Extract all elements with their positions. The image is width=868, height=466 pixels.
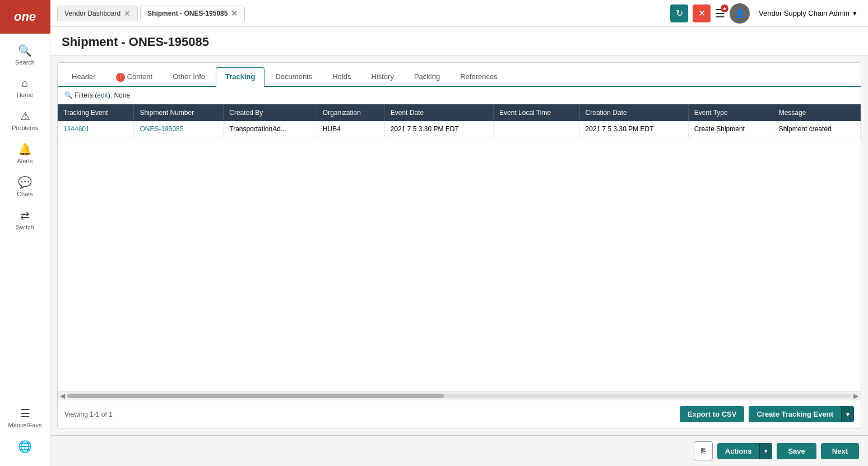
tracking-event-link[interactable]: 1144601 bbox=[63, 125, 90, 133]
tab-history-label: History bbox=[371, 72, 393, 81]
sidebar-item-globe[interactable]: 🌐 bbox=[0, 434, 50, 460]
sidebar-label-switch: Switch bbox=[16, 224, 34, 230]
create-tracking-dropdown-arrow[interactable]: ▾ bbox=[841, 406, 854, 422]
sidebar-label-chats: Chats bbox=[17, 191, 33, 197]
actions-split-button: Actions ▾ bbox=[717, 443, 773, 459]
cell-created-by: TransportationAd... bbox=[224, 121, 317, 137]
create-tracking-button[interactable]: Create Tracking Event bbox=[749, 406, 841, 422]
tab-other-info[interactable]: Other Info bbox=[163, 67, 215, 87]
cell-organization: HUB4 bbox=[317, 121, 384, 137]
horizontal-scrollbar[interactable]: ◀ ▶ bbox=[58, 391, 861, 400]
tab-content-label: Content bbox=[127, 72, 153, 81]
main-area: Vendor Dashboard ✕ Shipment - ONES-19508… bbox=[50, 0, 868, 466]
tab-packing-label: Packing bbox=[414, 72, 440, 81]
close-vendor-tab-icon[interactable]: ✕ bbox=[124, 10, 131, 17]
user-dropdown[interactable]: Vendor Supply Chain Admin ▾ bbox=[754, 7, 861, 20]
tab-header[interactable]: Header bbox=[62, 67, 105, 87]
browser-tab-shipment[interactable]: Shipment - ONES-195085 ✕ bbox=[140, 6, 245, 21]
cell-event-date: 2021 7 5 3.30 PM EDT bbox=[384, 121, 493, 137]
next-button[interactable]: Next bbox=[821, 443, 859, 459]
browser-tab-vendor-dashboard[interactable]: Vendor Dashboard ✕ bbox=[57, 6, 138, 21]
menu-icon[interactable]: ☰ ★ bbox=[715, 7, 725, 20]
scroll-right-arrow[interactable]: ▶ bbox=[853, 392, 858, 400]
table-footer: Viewing 1-1 of 1 Export to CSV Create Tr… bbox=[58, 400, 861, 428]
scroll-track[interactable] bbox=[67, 394, 851, 398]
table-row: 1144601 ONES-195085 TransportationAd... … bbox=[58, 121, 861, 137]
col-organization: Organization bbox=[317, 104, 384, 121]
tab-holds-label: Holds bbox=[332, 72, 351, 81]
page-header: Shipment - ONES-195085 bbox=[50, 27, 868, 56]
col-event-local-time: Event Local Time bbox=[494, 104, 580, 121]
user-avatar[interactable]: 👤 bbox=[730, 3, 750, 24]
sidebar-item-home[interactable]: ⌂ Home bbox=[0, 71, 50, 104]
table-body: 1144601 ONES-195085 TransportationAd... … bbox=[58, 121, 861, 137]
sidebar-item-problems[interactable]: ⚠ Problems bbox=[0, 104, 50, 137]
sidebar-item-switch[interactable]: ⇄ Switch bbox=[0, 203, 50, 236]
tab-holds[interactable]: Holds bbox=[323, 67, 360, 87]
problems-icon: ⚠ bbox=[20, 109, 30, 123]
tabs-container: Header !Content Other Info Tracking Docu… bbox=[57, 62, 861, 428]
avatar-icon: 👤 bbox=[735, 9, 745, 18]
topbar-right: ↻ ✕ ☰ ★ 👤 Vendor Supply Chain Admin ▾ bbox=[670, 3, 861, 24]
col-message: Message bbox=[773, 104, 860, 121]
close-button[interactable]: ✕ bbox=[693, 4, 711, 22]
browser-tab-label-vendor: Vendor Dashboard bbox=[64, 10, 120, 17]
refresh-button[interactable]: ↻ bbox=[670, 4, 688, 22]
chats-icon: 💬 bbox=[18, 176, 32, 189]
cell-message: Shipment created bbox=[773, 121, 860, 137]
col-shipment-number: Shipment Number bbox=[134, 104, 224, 121]
viewing-count: Viewing 1-1 of 1 bbox=[64, 410, 113, 418]
sidebar-item-menus[interactable]: ☰ Menus/Favs bbox=[0, 401, 50, 434]
tab-references-label: References bbox=[460, 72, 497, 81]
menus-icon: ☰ bbox=[20, 407, 30, 420]
tab-references[interactable]: References bbox=[451, 67, 507, 87]
page-title: Shipment - ONES-195085 bbox=[62, 35, 857, 49]
search-icon: 🔍 bbox=[18, 44, 32, 57]
browser-tabs: Vendor Dashboard ✕ Shipment - ONES-19508… bbox=[57, 6, 667, 21]
sidebar-label-alerts: Alerts bbox=[17, 158, 33, 164]
cell-event-type: Create Shipment bbox=[688, 121, 773, 137]
logo-text: one bbox=[14, 10, 36, 24]
scroll-thumb[interactable] bbox=[67, 394, 444, 398]
create-tracking-split-button: Create Tracking Event ▾ bbox=[749, 406, 854, 422]
sidebar-bottom: ☰ Menus/Favs 🌐 bbox=[0, 401, 50, 466]
tab-header-label: Header bbox=[72, 72, 96, 81]
user-name: Vendor Supply Chain Admin bbox=[759, 9, 850, 17]
copy-button[interactable]: ⎘ bbox=[694, 441, 713, 460]
search-filter-icon: 🔍 bbox=[64, 91, 73, 99]
tab-tracking[interactable]: Tracking bbox=[216, 67, 264, 87]
tab-history[interactable]: History bbox=[361, 67, 403, 87]
dropdown-chevron-icon: ▾ bbox=[853, 9, 857, 17]
close-shipment-tab-icon[interactable]: ✕ bbox=[231, 10, 238, 17]
sidebar-label-problems: Problems bbox=[12, 124, 38, 131]
home-icon: ⌂ bbox=[21, 77, 28, 90]
sidebar: one 🔍 Search ⌂ Home ⚠ Problems 🔔 Alerts … bbox=[0, 0, 50, 466]
content-area: Header !Content Other Info Tracking Docu… bbox=[50, 56, 868, 435]
export-csv-button[interactable]: Export to CSV bbox=[680, 406, 744, 422]
save-button[interactable]: Save bbox=[777, 443, 816, 459]
col-event-type: Event Type bbox=[688, 104, 773, 121]
tab-documents-label: Documents bbox=[275, 72, 312, 81]
filters-edit-link[interactable]: edit bbox=[97, 91, 108, 99]
sidebar-label-menus: Menus/Favs bbox=[8, 422, 42, 428]
tab-content[interactable]: !Content bbox=[106, 67, 163, 87]
shipment-number-link[interactable]: ONES-195085 bbox=[140, 125, 183, 133]
actions-main-button[interactable]: Actions bbox=[717, 443, 760, 459]
sidebar-label-home: Home bbox=[17, 91, 33, 98]
browser-tab-label-shipment: Shipment - ONES-195085 bbox=[147, 10, 228, 17]
col-event-date: Event Date bbox=[384, 104, 493, 121]
notification-badge: ★ bbox=[721, 4, 728, 12]
globe-icon: 🌐 bbox=[18, 440, 32, 453]
sidebar-item-search[interactable]: 🔍 Search bbox=[0, 38, 50, 71]
tab-documents[interactable]: Documents bbox=[266, 67, 322, 87]
actions-dropdown-arrow[interactable]: ▾ bbox=[759, 443, 772, 459]
scroll-left-arrow[interactable]: ◀ bbox=[60, 392, 65, 400]
app-logo[interactable]: one bbox=[0, 0, 50, 34]
sidebar-item-chats[interactable]: 💬 Chats bbox=[0, 170, 50, 203]
sidebar-item-alerts[interactable]: 🔔 Alerts bbox=[0, 137, 50, 170]
cell-shipment-number: ONES-195085 bbox=[134, 121, 224, 137]
col-tracking-event: Tracking Event bbox=[58, 104, 134, 121]
tab-packing[interactable]: Packing bbox=[405, 67, 449, 87]
tracking-table-wrapper: Tracking Event Shipment Number Created B… bbox=[58, 104, 861, 391]
filters-label: Filters bbox=[75, 91, 93, 99]
